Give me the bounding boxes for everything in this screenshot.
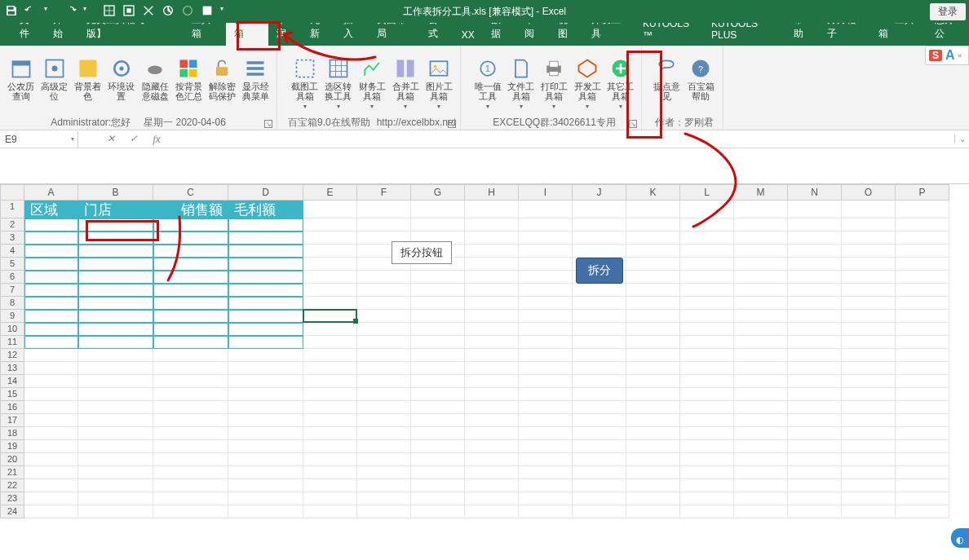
cell-region[interactable] <box>78 336 153 349</box>
cell-region[interactable] <box>153 297 228 310</box>
row-header-12[interactable]: 12 <box>0 349 24 362</box>
cell-region[interactable] <box>78 310 153 323</box>
group2-dialog-launcher[interactable]: ↘ <box>448 120 456 128</box>
col-header-g[interactable]: G <box>411 184 465 201</box>
qat-more-dropdown-icon[interactable]: ▾ <box>220 5 233 18</box>
cell-b1[interactable]: 门店 <box>78 201 153 218</box>
cell-region[interactable] <box>153 245 228 258</box>
btn-dev-tools[interactable]: 开发工具箱▾ <box>572 55 604 112</box>
row-header-16[interactable]: 16 <box>0 401 24 414</box>
redo-icon[interactable] <box>64 4 77 20</box>
col-header-j[interactable]: J <box>573 184 626 201</box>
row-header-17[interactable]: 17 <box>0 414 24 427</box>
row-header-6[interactable]: 6 <box>0 271 24 284</box>
qat-custom-icon-4[interactable] <box>181 4 194 20</box>
cell-region[interactable] <box>228 245 303 258</box>
col-header-e[interactable]: E <box>303 184 357 201</box>
shape-split-button[interactable]: 拆分 <box>576 258 623 284</box>
cell-region[interactable] <box>153 231 228 245</box>
cell-d1[interactable]: 毛利额 <box>228 201 303 218</box>
col-header-n[interactable]: N <box>788 184 842 201</box>
cell-region[interactable] <box>228 218 303 231</box>
save-icon[interactable] <box>5 4 18 20</box>
col-header-i[interactable]: I <box>519 184 573 201</box>
row-header-5[interactable]: 5 <box>0 258 24 271</box>
cell-region[interactable] <box>228 336 303 349</box>
shape-split-label[interactable]: 拆分按钮 <box>392 241 452 264</box>
name-box[interactable]: E9 ▾ <box>0 131 78 148</box>
btn-image-tools[interactable]: 图片工具箱▾ <box>423 55 455 112</box>
row-header-14[interactable]: 14 <box>0 375 24 388</box>
row-header-19[interactable]: 19 <box>0 440 24 453</box>
cell-region[interactable] <box>153 271 228 284</box>
row-header-2[interactable]: 2 <box>0 218 24 231</box>
cell-region[interactable] <box>24 336 78 349</box>
row-header-24[interactable]: 24 <box>0 505 24 518</box>
col-header-f[interactable]: F <box>357 184 411 201</box>
select-all-corner[interactable] <box>0 184 24 201</box>
cell-region[interactable] <box>24 218 78 231</box>
row-header-21[interactable]: 21 <box>0 466 24 479</box>
cells-area[interactable]: 区域 门店 销售额 毛利额 <box>24 201 969 518</box>
confirm-icon[interactable]: ✓ <box>122 131 145 148</box>
cell-region[interactable] <box>228 258 303 271</box>
cancel-icon[interactable]: ✕ <box>100 131 122 148</box>
qat-custom-icon-3[interactable] <box>142 4 155 20</box>
cell-region[interactable] <box>24 297 78 310</box>
formula-input[interactable] <box>168 131 954 148</box>
btn-sumbycolor[interactable]: 按背景色汇总 <box>173 55 205 103</box>
btn-print-tools[interactable]: 打印工具箱▾ <box>538 55 570 112</box>
btn-locate[interactable]: 高级定位 <box>38 55 70 103</box>
col-header-k[interactable]: K <box>626 184 680 201</box>
cell-a1[interactable]: 区域 <box>24 201 78 218</box>
btn-bgcolor[interactable]: 背景着色 <box>72 55 104 103</box>
col-header-h[interactable]: H <box>465 184 519 201</box>
cell-region[interactable] <box>153 336 228 349</box>
row-header-10[interactable]: 10 <box>0 323 24 336</box>
cell-region[interactable] <box>78 323 153 336</box>
undo-icon[interactable] <box>24 4 38 20</box>
btn-merge-tools[interactable]: 合并工具箱▾ <box>390 55 422 112</box>
cell-region[interactable] <box>24 284 78 297</box>
group1-dialog-launcher[interactable]: ↘ <box>264 120 272 128</box>
cell-region[interactable] <box>153 323 228 336</box>
undo-dropdown-icon[interactable]: ▾ <box>44 5 57 18</box>
row-header-9[interactable]: 9 <box>0 310 24 323</box>
row-header-15[interactable]: 15 <box>0 388 24 401</box>
btn-classicmenu[interactable]: 显示经典菜单 <box>240 55 272 103</box>
cell-region[interactable] <box>153 258 228 271</box>
qat-custom-icon-1[interactable] <box>103 4 116 20</box>
qat-custom-icon-2[interactable] <box>122 4 135 20</box>
qat-custom-icon-5[interactable] <box>201 4 214 20</box>
btn-other-tools[interactable]: 其它工具箱▾ <box>604 55 636 112</box>
group3-dialog-launcher[interactable]: ↘ <box>629 120 637 128</box>
btn-help[interactable]: ?百宝箱帮助 <box>684 55 717 103</box>
cell-region[interactable] <box>24 245 78 258</box>
row-header-23[interactable]: 23 <box>0 492 24 505</box>
cell-region[interactable] <box>78 218 153 231</box>
cell-region[interactable] <box>153 310 228 323</box>
row-header-7[interactable]: 7 <box>0 284 24 297</box>
ime-indicator[interactable]: S A » <box>925 46 969 65</box>
cell-region[interactable] <box>228 310 303 323</box>
row-header-1[interactable]: 1 <box>0 201 24 218</box>
cell-region[interactable] <box>78 271 153 284</box>
cell-region[interactable] <box>153 284 228 297</box>
cell-region[interactable] <box>24 231 78 245</box>
row-header-20[interactable]: 20 <box>0 453 24 466</box>
formula-expand-icon[interactable]: ⌄ <box>954 134 969 143</box>
cell-region[interactable] <box>228 231 303 245</box>
col-header-b[interactable]: B <box>78 184 153 201</box>
cell-region[interactable] <box>228 284 303 297</box>
cell-region[interactable] <box>78 284 153 297</box>
row-header-4[interactable]: 4 <box>0 245 24 258</box>
btn-file-tools[interactable]: 文件工具箱▾ <box>506 55 538 112</box>
cell-region[interactable] <box>228 323 303 336</box>
cell-region[interactable] <box>153 218 228 231</box>
row-header-8[interactable]: 8 <box>0 297 24 310</box>
login-button[interactable]: 登录 <box>930 3 966 20</box>
col-header-p[interactable]: P <box>896 184 949 201</box>
col-header-m[interactable]: M <box>734 184 788 201</box>
btn-calendar[interactable]: 公农历查询 <box>5 55 37 103</box>
cell-region[interactable] <box>228 297 303 310</box>
